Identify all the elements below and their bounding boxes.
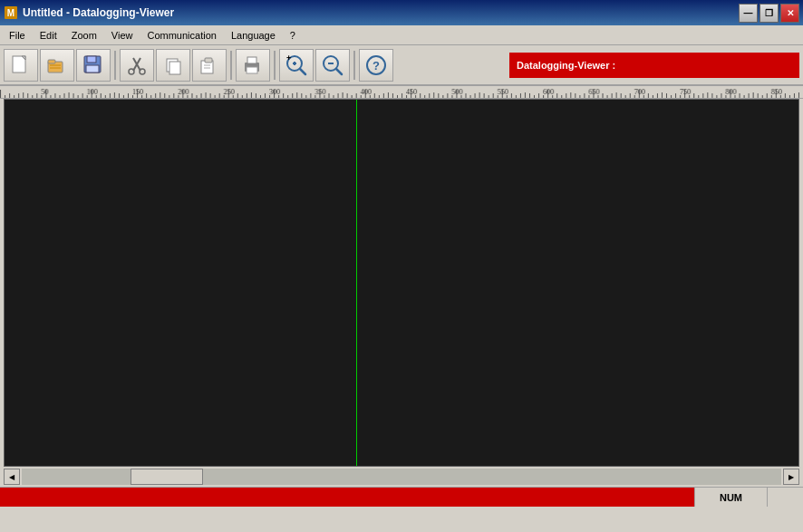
svg-rect-16 [169,62,180,74]
status-label: Datalogging-Viewer : [517,60,615,71]
status-left [0,488,513,507]
copy-button[interactable] [156,49,190,82]
scroll-right-button[interactable]: ▶ [783,469,799,485]
zoom-in-button[interactable]: + [279,49,314,82]
menu-bar: File Edit Zoom View Communication Langua… [0,25,803,45]
svg-point-13 [129,69,134,74]
menu-language[interactable]: Language [224,25,283,44]
main-area [0,86,803,467]
scroll-left-button[interactable]: ◀ [4,469,20,485]
num-lock-indicator: NUM [694,488,767,507]
menu-communication[interactable]: Communication [140,25,223,44]
zoom-out-button[interactable] [315,49,350,82]
sep3 [274,51,276,80]
save-button[interactable] [76,49,111,82]
svg-rect-10 [86,65,99,73]
cut-button[interactable] [120,49,154,82]
h-scrollbar-thumb[interactable] [131,469,203,485]
svg-rect-5 [48,60,55,63]
sep1 [114,51,116,80]
toolbar: + ? Datalogging-Viewer : [0,45,803,86]
menu-help[interactable]: ? [283,25,303,44]
svg-line-31 [336,69,342,74]
app-icon: M [4,5,18,20]
h-scrollbar-track[interactable] [22,469,781,485]
svg-rect-9 [87,56,96,63]
menu-view[interactable]: View [104,25,140,44]
title-buttons: — ❐ ✕ [739,4,799,23]
restore-button[interactable]: ❐ [759,4,779,23]
vertical-line [356,100,357,466]
status-mid [513,488,694,507]
ruler [0,86,803,99]
menu-file[interactable]: File [2,25,33,44]
print-button[interactable] [236,49,270,82]
svg-line-27 [300,69,305,74]
svg-rect-22 [247,57,256,63]
open-button[interactable] [40,49,74,82]
paste-button[interactable] [192,49,227,82]
svg-text:M: M [7,8,15,18]
sep2 [230,51,232,80]
svg-rect-23 [247,67,257,73]
svg-rect-18 [205,58,212,63]
canvas-area [4,99,799,467]
new-button[interactable] [4,49,38,82]
close-button[interactable]: ✕ [780,4,799,23]
sep4 [353,51,355,80]
title-left: M Untitled - Datalogging-Viewer [4,5,174,20]
svg-text:?: ? [372,59,380,73]
menu-edit[interactable]: Edit [33,25,64,44]
svg-text:+: + [286,53,291,63]
svg-point-14 [140,69,145,74]
ruler-canvas [0,86,803,99]
svg-rect-2 [13,56,25,73]
help-button[interactable]: ? [359,49,393,82]
minimize-button[interactable]: — [739,4,758,23]
window-title: Untitled - Datalogging-Viewer [23,6,174,19]
status-bar: NUM [0,487,803,507]
menu-zoom[interactable]: Zoom [64,25,104,44]
h-scroll-area: ◀ ▶ [0,467,803,487]
status-far-right [767,488,803,507]
title-bar: M Untitled - Datalogging-Viewer — ❐ ✕ [0,0,803,25]
status-box: Datalogging-Viewer : [509,53,799,78]
